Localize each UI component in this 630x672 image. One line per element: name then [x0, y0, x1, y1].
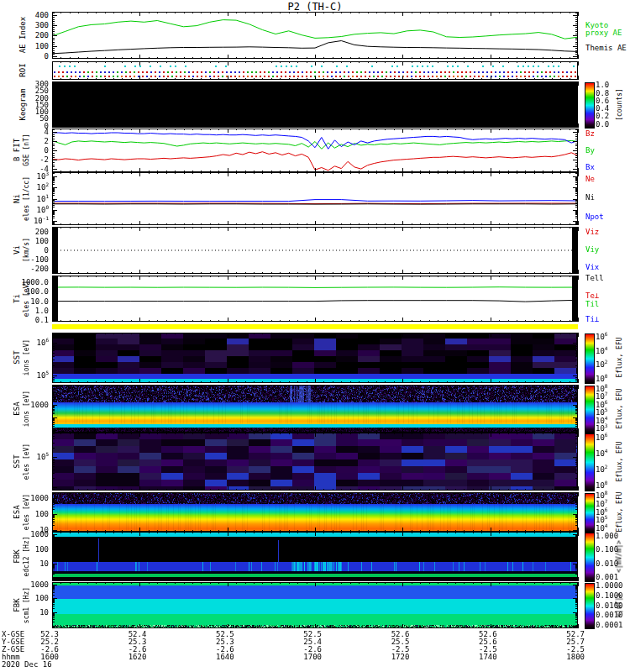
heatmap-canvas-keogram [52, 81, 578, 128]
ytick-label-fbk_scm1: 1000 [30, 581, 49, 589]
panel-bfit [52, 129, 578, 172]
ytick-label-vi: 100 [35, 238, 49, 245]
ytick-label-ni: 10-1 [34, 218, 49, 225]
ytick-label-esa_ions: 1000 [30, 402, 49, 409]
ytick-label-ni: 101 [37, 196, 49, 203]
panel-fbk_edc12 [52, 532, 578, 581]
ytick-label-t: 100.0 [26, 288, 49, 296]
ytick-label-fbk_edc12: 10 [39, 560, 49, 568]
colorbar-sst_ions [585, 333, 595, 384]
roi-flags-canvas [52, 61, 578, 80]
ytick-label-ni: 100 [37, 207, 49, 214]
colorbar-unit-fbk_scm1: <|nT|> [616, 546, 623, 664]
colorbar-tick-sst_ions: 102 [596, 361, 607, 369]
colorbar-fbk_scm1 [585, 583, 595, 629]
panel-axes [52, 129, 578, 172]
axis-column-1800: 52.725.7-2.51800 [546, 631, 585, 661]
ytick-label-ni: 102 [37, 184, 49, 192]
line-chart-bfit [52, 129, 578, 172]
trace-label-Viz: Viz [585, 228, 599, 236]
panel-fbk_scm1 [52, 582, 578, 628]
panel-sst_ions [52, 333, 578, 383]
axis-column-1620: 52.425.3-2.61620 [108, 631, 146, 661]
axis-column-1600: 52.325.2-2.61600 [20, 631, 59, 661]
ytick-label-bfit: 2 [45, 138, 49, 145]
ytick-label-vi: -200 [30, 265, 49, 273]
panel-t [52, 276, 578, 322]
colorbar-tick-sst_eles: 104 [596, 450, 607, 458]
panel-sst_eles [52, 433, 578, 491]
ytick-label-ae: 0 [45, 53, 49, 60]
panel-roi [52, 61, 578, 80]
trace-label-Tell: Tell [585, 275, 604, 282]
trace-label-Vix: Vix [585, 264, 599, 271]
trace-label-Kyoto: Kyotoproxy AE [585, 22, 622, 37]
date-label: 2020 Dec 16 [2, 661, 52, 669]
ytick-label-bfit: -2 [39, 156, 49, 164]
panel-keogram [52, 81, 578, 128]
ytick-label-fbk_edc12: 1000 [30, 531, 49, 538]
trace-label-Npot: Npot [585, 213, 604, 221]
axis-column-1640: 52.525.3-2.61640 [196, 631, 234, 661]
colorbar-tick-sst_ions: 104 [596, 348, 607, 355]
line-chart-ae [52, 12, 578, 59]
ytick-label-ae: 200 [35, 32, 49, 39]
colorbar-tick-sst_ions: 106 [596, 333, 607, 341]
panel-esa_ions [52, 385, 578, 433]
colorbar-tick-keogram: 0.2 [596, 113, 609, 120]
ytick-label-sst_ions: 106 [37, 339, 49, 347]
trace-label-Ni: Ni [585, 194, 595, 202]
line-chart-ni [52, 172, 578, 225]
axis-column-1700: 52.525.4-2.61700 [283, 631, 322, 661]
axis-column-1740: 52.625.6-2.51740 [459, 631, 497, 661]
heatmap-canvas-sst_ions [52, 333, 578, 383]
ytick-label-ni: 103 [37, 173, 49, 181]
panel-axes [52, 276, 578, 322]
panel-vi [52, 227, 578, 274]
colorbar-keogram [585, 82, 595, 129]
trace-label-Ti: Ti⊥ [585, 316, 599, 323]
ytick-label-bfit: 4 [45, 129, 49, 136]
trace-label-Bx: Bx [585, 164, 595, 171]
bar-ybar [52, 324, 578, 329]
line-chart-vi [52, 227, 578, 274]
trace-label-Til: Til [585, 301, 599, 308]
ytick-label-ae: 100 [35, 43, 49, 50]
heatmap-canvas-fbk_edc12 [52, 532, 578, 581]
ytick-label-sst_eles: 105 [37, 454, 49, 461]
colorbar-tick-sst_eles: 102 [596, 466, 607, 474]
trace-label-Ne: Ne [585, 176, 595, 183]
colorbar-fbk_edc12 [585, 533, 595, 582]
panel-axes [52, 227, 578, 274]
ytick-label-vi: 0 [45, 247, 49, 255]
colorbar-tick-keogram: 0.0 [596, 121, 609, 129]
ytick-label-esa_eles: 1000 [30, 495, 49, 502]
ytick-label-t: 1.0 [35, 307, 49, 315]
ytick-label-vi: -100 [30, 256, 49, 264]
trace-label-By: By [585, 147, 595, 155]
colorbar-esa_ions [585, 386, 595, 433]
ytick-label-vi: 200 [35, 228, 49, 236]
heatmap-canvas-fbk_scm1 [52, 582, 578, 628]
panel-esa_eles [52, 492, 578, 532]
panel-axes [52, 12, 578, 59]
heatmap-canvas-sst_eles [52, 433, 578, 491]
themis-overview-plot: P2 (TH-C) AE Index4003002001000Kyotoprox… [0, 0, 630, 672]
heatmap-canvas-esa_eles [52, 492, 578, 532]
panel-ae [52, 12, 578, 59]
trace-label-Te: Te⊥ [585, 292, 599, 300]
ytick-label-esa_eles: 100 [35, 511, 49, 518]
axis-column-1720: 52.625.5-2.51720 [370, 631, 409, 661]
ytick-label-ae: 400 [35, 12, 49, 19]
line-chart-t [52, 276, 578, 322]
heatmap-canvas-esa_ions [52, 385, 578, 433]
ytick-label-ae: 300 [35, 22, 49, 29]
trace-label-Viy: Viy [585, 246, 599, 254]
page-title: P2 (TH-C) [52, 1, 578, 13]
ytick-label-fbk_scm1: 100 [35, 595, 49, 602]
colorbar-esa_eles [585, 493, 595, 533]
colorbar-unit-keogram: [counts] [616, 45, 623, 163]
trace-label-Bz: Bz [585, 130, 595, 138]
ytick-label-t: 0.1 [35, 317, 49, 324]
panel-ni [52, 172, 578, 225]
